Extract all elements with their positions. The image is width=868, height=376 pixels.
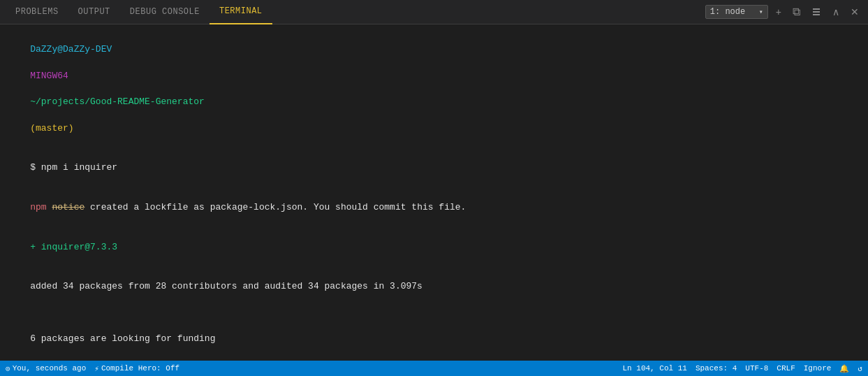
tab-controls: 1: node ▾ + ⧉ ∧ ✕ [705,4,862,20]
sync-icon: ↺ [858,364,862,373]
bell-icon: 🔔 [839,364,849,373]
compile-icon: ⚡ [94,364,99,373]
npm-notice-line: npm notice created a lockfile as package… [8,188,860,228]
svg-rect-1 [813,8,820,10]
tab-output[interactable]: OUTPUT [68,0,120,24]
chevron-down-icon: ▾ [759,8,763,16]
status-bar: ⊙ You, seconds ago ⚡ Compile Hero: Off L… [0,361,868,376]
terminal-body[interactable]: DaZZy@DaZZy-DEV MINGW64 ~/projects/Good-… [0,24,868,361]
npm-audit-line: added 34 packages from 28 contributors a… [8,267,860,307]
add-terminal-button[interactable]: + [772,5,785,19]
tab-problems[interactable]: PROBLEMS [6,0,68,24]
tab-terminal[interactable]: TERMINAL [209,0,272,24]
split-terminal-button[interactable]: ⧉ [789,4,804,20]
close-panel-button[interactable]: ✕ [847,5,862,19]
status-compile[interactable]: ⚡ Compile Hero: Off [94,364,179,373]
blank-1 [8,307,860,320]
status-ignore[interactable]: Ignore [804,364,832,373]
status-encoding[interactable]: UTF-8 [745,364,768,373]
status-eol[interactable]: CRLF [777,364,795,373]
command-line-npm: $ npm i inquirer [8,149,860,189]
npm-added-line: + inquirer@7.3.3 [8,228,860,268]
status-git-text: You, seconds ago [13,364,87,373]
clock-icon: ⊙ [6,364,10,373]
status-spaces[interactable]: Spaces: 4 [696,364,737,373]
tab-debug-console[interactable]: DEBUG CONSOLE [120,0,209,24]
status-right: Ln 104, Col 11 Spaces: 4 UTF-8 CRLF Igno… [623,364,863,373]
terminal-selector[interactable]: 1: node ▾ [705,5,768,19]
status-sync[interactable]: ↺ [858,364,862,373]
kill-terminal-button[interactable] [808,6,825,18]
svg-rect-2 [813,14,820,15]
svg-rect-0 [813,11,820,13]
status-notifications[interactable]: 🔔 [839,364,849,373]
status-git[interactable]: ⊙ You, seconds ago [6,364,86,373]
tab-bar: PROBLEMS OUTPUT DEBUG CONSOLE TERMINAL 1… [0,0,868,24]
maximize-panel-button[interactable]: ∧ [829,5,843,19]
prompt-line-1: DaZZy@DaZZy-DEV MINGW64 ~/projects/Good-… [8,30,860,149]
status-ln-col[interactable]: Ln 104, Col 11 [623,364,687,373]
funding-line-1: 6 packages are looking for funding [8,320,860,360]
status-compile-text: Compile Hero: Off [101,364,179,373]
